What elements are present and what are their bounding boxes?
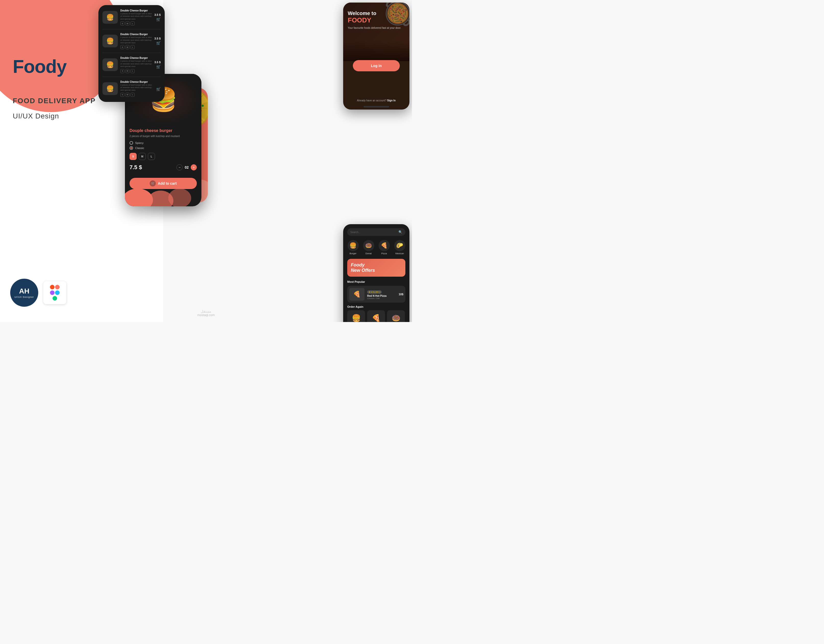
radio-spicy <box>129 141 133 145</box>
item-cart-icon[interactable]: 🛒 <box>156 17 161 21</box>
welcome-actions: Log in Already have an account? Sign In <box>348 96 405 102</box>
item-desc: 2 pieces of beef burger with a slice of … <box>120 12 152 20</box>
item-sizes: S M L <box>120 93 154 97</box>
watermark: مستقل mostaql.com <box>197 309 215 317</box>
category-pizza-label: Pizza <box>381 252 387 255</box>
add-to-cart-button[interactable]: 🛒 Add to cart <box>129 178 197 189</box>
size-s-btn[interactable]: S <box>129 153 137 160</box>
popular-item-card[interactable]: 🍕 ★ 4.5 (25+) Red N Hot Pizza Chicken, C… <box>347 286 405 303</box>
product-price: 7.5 $ <box>129 164 142 171</box>
food-delivery-label: FOOD DELIVERY APP <box>13 97 95 105</box>
promo-banner[interactable]: Foody New Offers <box>347 259 405 277</box>
options-list: Spiecy Classic <box>129 141 197 150</box>
home-indicator <box>364 106 389 107</box>
popular-item-sub: Chicken, Chili <box>367 297 396 300</box>
item-cart-icon[interactable]: 🛒 <box>156 65 161 69</box>
quantity-control: − 02 + <box>177 164 197 170</box>
logo-area: AH UI/UX Designer <box>10 279 66 307</box>
item-name: Double Cheese Burger <box>120 33 152 36</box>
mexican-icon: 🌮 <box>394 240 405 251</box>
search-icon: 🔍 <box>398 230 402 234</box>
list-item: 🍔 Double Cheese Burger 2 pieces of beef … <box>103 81 161 100</box>
list-item: 🍔 Double Cheese Burger 2 pieces of beef … <box>103 9 161 29</box>
food-thumbnail: 🍔 <box>103 11 118 24</box>
product-name: Douple cheese burger <box>129 129 197 133</box>
item-desc: 2 pieces of beef burger with a slice of … <box>120 60 152 68</box>
size-m-btn[interactable]: M <box>139 153 146 160</box>
donat-icon: 🍩 <box>363 240 374 251</box>
quantity-value: 02 <box>184 165 189 169</box>
welcome-subtitle: Your favourite foods delivered fast at y… <box>348 26 405 30</box>
menu-list-screen: 🍔 Double Cheese Burger 2 pieces of beef … <box>98 5 165 102</box>
price-quantity-row: 7.5 $ − 02 + <box>129 164 197 171</box>
item-cart-icon[interactable]: 🛒 <box>156 87 161 91</box>
option-classic-label: Classic <box>135 146 144 150</box>
option-classic[interactable]: Classic <box>129 146 197 150</box>
food-thumbnail: 🍔 <box>103 35 118 48</box>
welcome-brand: FOODY <box>348 16 405 24</box>
login-button[interactable]: Log in <box>353 60 400 71</box>
order-again-item[interactable]: 🍩 <box>387 310 405 322</box>
signin-link[interactable]: Sign In <box>387 99 396 102</box>
most-popular-title: Most Popular <box>347 280 405 283</box>
search-bar[interactable]: Search... 🔍 <box>347 228 405 236</box>
order-again-title: Order Again <box>347 305 405 308</box>
figma-logo <box>43 281 66 304</box>
item-name: Double Cheese Burger <box>120 81 154 83</box>
size-l-btn[interactable]: L <box>148 153 155 160</box>
cart-icon: 🛒 <box>150 180 156 187</box>
item-sizes: S M L <box>120 21 152 26</box>
search-placeholder: Search... <box>350 231 397 234</box>
design-type-label: UI/UX Design <box>13 112 59 120</box>
food-thumbnail: 🍔 <box>103 82 118 95</box>
svg-point-8 <box>202 105 204 107</box>
option-spicy[interactable]: Spiecy <box>129 141 197 145</box>
designer-logo: AH UI/UX Designer <box>10 279 38 307</box>
product-info-area: Douple cheese burger 2 pieces of burger … <box>125 125 201 178</box>
category-pizza[interactable]: 🍕 Pizza <box>378 240 390 255</box>
item-name: Double Cheese Burger <box>120 9 152 12</box>
category-burger[interactable]: 🍔 Burger <box>347 240 359 255</box>
welcome-phone: 🥘 Welcome to FOODY Your favourite foods … <box>343 3 409 110</box>
order-again-item[interactable]: 🍕 <box>367 310 385 322</box>
watermark-latin: mostaql.com <box>197 313 215 317</box>
size-selector: S M L <box>129 153 197 160</box>
qty-decrease-btn[interactable]: − <box>177 164 183 170</box>
item-price: 3.5 $ <box>155 13 161 16</box>
list-item: 🍔 Double Cheese Burger 2 pieces of beef … <box>103 57 161 77</box>
welcome-text: Welcome to FOODY Your favourite foods de… <box>348 10 405 30</box>
category-list: 🍔 Burger 🍩 Donat 🍕 Pizza 🌮 Mexican <box>347 240 405 255</box>
food-thumbnail: 🍔 <box>103 58 118 71</box>
option-spicy-label: Spiecy <box>135 141 143 144</box>
popular-item-price: 10$ <box>399 293 403 296</box>
category-donat-label: Donat <box>365 252 372 255</box>
item-sizes: S M L <box>120 69 152 73</box>
qty-increase-btn[interactable]: + <box>191 164 197 170</box>
welcome-screen: 🥘 Welcome to FOODY Your favourite foods … <box>343 3 409 110</box>
category-burger-label: Burger <box>349 252 357 255</box>
add-to-cart-label: Add to cart <box>158 181 177 186</box>
watermark-arabic: مستقل <box>197 309 215 313</box>
item-name: Double Cheese Burger <box>120 57 152 59</box>
brand-title: Foody <box>13 56 66 77</box>
item-desc: 2 pieces of beef burger with a slice of … <box>120 36 152 44</box>
browse-screen: Search... 🔍 🍔 Burger 🍩 Donat 🍕 Pizza 🌮 M… <box>343 224 409 322</box>
signup-prompt: Already have an account? Sign In <box>348 99 405 102</box>
bottom-decoration <box>125 189 201 206</box>
promo-text: Foody New Offers <box>351 262 402 273</box>
item-price: 3.5 $ <box>155 37 161 40</box>
product-description: 2 pieces of burger with kutchep and must… <box>129 135 197 138</box>
item-cart-icon[interactable]: 🛒 <box>156 41 161 45</box>
item-price: 3.5 $ <box>155 61 161 64</box>
category-mexican[interactable]: 🌮 Mexican <box>394 240 405 255</box>
order-again-items: 🍔 🍕 🍩 <box>347 310 405 322</box>
burger-icon: 🍔 <box>347 240 359 251</box>
item-desc: 2 pieces of beef burger with a slice of … <box>120 84 154 92</box>
item-sizes: S M L <box>120 45 152 49</box>
category-mexican-label: Mexican <box>395 252 404 255</box>
category-donat[interactable]: 🍩 Donat <box>363 240 374 255</box>
order-again-item[interactable]: 🍔 <box>347 310 365 322</box>
popular-item-info: ★ 4.5 (25+) Red N Hot Pizza Chicken, Chi… <box>367 289 396 300</box>
radio-classic <box>129 146 133 150</box>
popular-item-name: Red N Hot Pizza <box>367 294 396 297</box>
